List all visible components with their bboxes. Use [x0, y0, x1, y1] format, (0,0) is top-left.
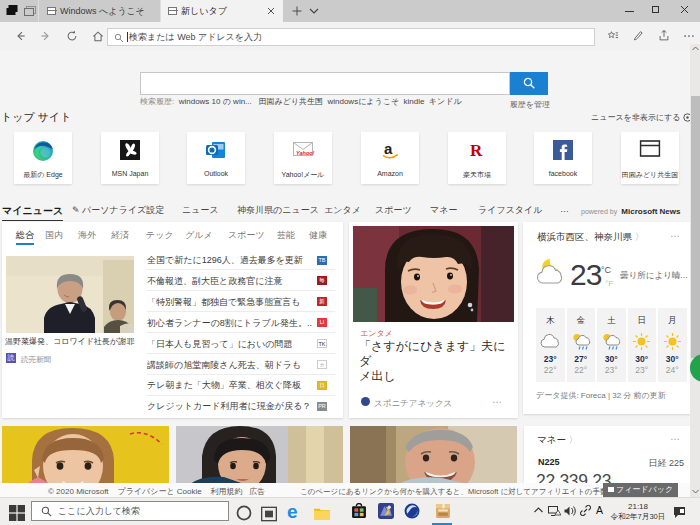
svg-text:Yahoo!: Yahoo!: [296, 150, 315, 156]
svg-text:R: R: [470, 141, 483, 160]
svg-text:a: a: [384, 140, 393, 157]
